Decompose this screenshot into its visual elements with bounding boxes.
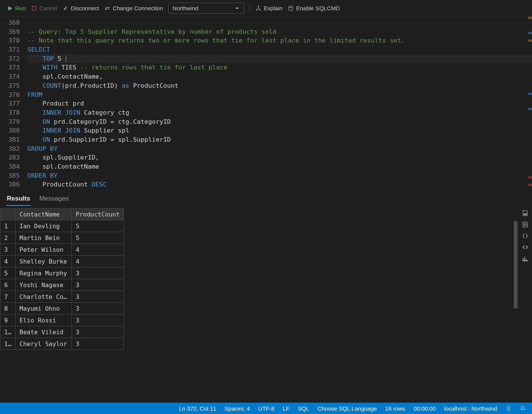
database-select[interactable]: Northwind: [168, 3, 244, 14]
code-line[interactable]: ProductCount DESC: [27, 180, 532, 189]
change-connection-button[interactable]: Change Connection: [104, 5, 163, 11]
status-encoding[interactable]: UTF-8: [258, 405, 275, 412]
cell-contactname[interactable]: Yoshi Nagase: [16, 279, 72, 291]
explain-button[interactable]: Explain: [255, 5, 282, 11]
save-csv-icon[interactable]: [522, 210, 529, 216]
table-row[interactable]: 1Ian Devling5: [0, 220, 124, 232]
column-header[interactable]: ProductCount: [72, 209, 124, 220]
row-number-cell[interactable]: 2: [0, 232, 16, 244]
code-line[interactable]: -- Note that this query returns two or m…: [27, 36, 532, 45]
cell-contactname[interactable]: Regina Murphy: [16, 267, 72, 279]
stop-icon: [31, 5, 37, 11]
row-number-cell[interactable]: 1…: [0, 326, 16, 338]
save-json-icon[interactable]: [522, 232, 529, 239]
table-row[interactable]: 1…Cheryl Saylor3: [0, 338, 124, 350]
code-line[interactable]: Product prd: [27, 99, 532, 108]
cell-productcount[interactable]: 5: [72, 220, 124, 232]
cell-productcount[interactable]: 4: [72, 256, 124, 267]
row-number-cell[interactable]: 8: [0, 303, 16, 314]
cell-productcount[interactable]: 3: [72, 279, 124, 291]
code-line[interactable]: spl.ContactName,: [27, 72, 532, 81]
code-line[interactable]: ON prd.CategoryID = ctg.CategoryID: [27, 117, 532, 126]
row-number-header[interactable]: [0, 209, 16, 220]
code-line[interactable]: COUNT(prd.ProductID) as ProductCount: [27, 81, 532, 90]
table-row[interactable]: 7Charlotte Co…3: [0, 291, 124, 303]
enable-sqlcmd-button[interactable]: Enable SQLCMD: [288, 5, 340, 11]
cell-contactname[interactable]: Ian Devling: [16, 220, 72, 232]
code-line[interactable]: TOP 5: [27, 54, 532, 63]
save-xml-icon[interactable]: [522, 244, 529, 251]
row-number-cell[interactable]: 6: [0, 279, 16, 291]
cell-productcount[interactable]: 3: [72, 291, 124, 303]
status-spaces[interactable]: Spaces: 4: [225, 405, 250, 412]
row-number-cell[interactable]: 4: [0, 256, 16, 267]
sql-editor[interactable]: 3683693703713723733743753763773783793803…: [0, 17, 532, 190]
status-choose-lang[interactable]: Choose SQL Language: [318, 405, 377, 412]
disconnect-button[interactable]: Disconnect: [62, 5, 99, 11]
code-line[interactable]: ORDER BY: [27, 171, 532, 180]
code-line[interactable]: -- Query: Top 5 Supplier Representative …: [27, 27, 532, 36]
column-header[interactable]: ContactName: [16, 209, 72, 220]
cell-contactname[interactable]: Mayumi Ohno: [16, 303, 72, 314]
code-area[interactable]: -- Query: Top 5 Supplier Representative …: [27, 17, 532, 190]
feedback-icon[interactable]: [505, 405, 511, 411]
cell-productcount[interactable]: 4: [72, 244, 124, 256]
table-row[interactable]: 5Regina Murphy3: [0, 267, 124, 279]
status-language[interactable]: SQL: [298, 405, 309, 412]
status-connection[interactable]: localhost : Northwind: [444, 405, 497, 412]
run-label: Run: [15, 5, 26, 11]
bell-icon[interactable]: [520, 405, 526, 411]
cell-productcount[interactable]: 3: [72, 314, 124, 326]
row-number-cell[interactable]: 3: [0, 244, 16, 256]
cell-productcount[interactable]: 3: [72, 303, 124, 314]
table-row[interactable]: 1…Beate Vileid3: [0, 326, 124, 338]
cell-contactname[interactable]: Cheryl Saylor: [16, 338, 72, 350]
cell-productcount[interactable]: 5: [72, 232, 124, 244]
code-line[interactable]: WITH TIES -- returns rows that tie for l…: [27, 63, 532, 72]
code-line[interactable]: spl.ContactName: [27, 162, 532, 171]
code-line[interactable]: FROM: [27, 90, 532, 100]
code-line[interactable]: [27, 18, 532, 27]
table-row[interactable]: 4Shelley Burke4: [0, 256, 124, 267]
cell-contactname[interactable]: Charlotte Co…: [16, 291, 72, 303]
status-ln-col[interactable]: Ln 372, Col 11: [179, 405, 216, 412]
results-grid[interactable]: ContactNameProductCount1Ian Devling52Mar…: [0, 208, 124, 350]
table-row[interactable]: 3Peter Wilson4: [0, 244, 124, 256]
cell-productcount[interactable]: 3: [72, 338, 124, 350]
code-line[interactable]: INNER JOIN Supplier spl: [27, 126, 532, 135]
cell-productcount[interactable]: 3: [72, 267, 124, 279]
cell-contactname[interactable]: Shelley Burke: [16, 256, 72, 267]
row-number-cell[interactable]: 5: [0, 267, 16, 279]
results-scrollbar[interactable]: [513, 206, 518, 403]
cell-contactname[interactable]: Beate Vileid: [16, 326, 72, 338]
table-row[interactable]: 6Yoshi Nagase3: [0, 279, 124, 291]
row-number-cell[interactable]: 9: [0, 314, 16, 326]
status-time[interactable]: 00:00:00: [413, 405, 435, 412]
cell-contactname[interactable]: Peter Wilson: [16, 244, 72, 256]
row-number-cell[interactable]: 7: [0, 291, 16, 303]
cell-productcount[interactable]: 3: [72, 326, 124, 338]
table-row[interactable]: 8Mayumi Ohno3: [0, 303, 124, 314]
code-line[interactable]: spl.SupplierID,: [27, 153, 532, 162]
row-number-cell[interactable]: 1…: [0, 338, 16, 350]
tab-results[interactable]: Results: [6, 193, 31, 206]
code-line[interactable]: GROUP BY: [27, 144, 532, 153]
status-eol[interactable]: LF: [283, 405, 290, 412]
tab-messages[interactable]: Messages: [38, 193, 69, 206]
code-line[interactable]: ON prd.SupplierID = spl.SupplierID: [27, 135, 532, 144]
scrollbar-thumb[interactable]: [514, 221, 518, 308]
row-number-cell[interactable]: 1: [0, 220, 16, 232]
table-row[interactable]: 9Elio Rossi3: [0, 314, 124, 326]
save-excel-icon[interactable]: [522, 221, 529, 228]
run-button[interactable]: Run: [7, 5, 26, 11]
cell-contactname[interactable]: Martin Bein: [16, 232, 72, 244]
code-line[interactable]: INNER JOIN Category ctg: [27, 108, 532, 117]
cancel-button[interactable]: Cancel: [31, 5, 57, 11]
table-row[interactable]: 2Martin Bein5: [0, 232, 124, 244]
status-rows[interactable]: 16 rows: [385, 405, 405, 412]
chart-viewer-icon[interactable]: [522, 255, 529, 262]
code-line[interactable]: SELECT: [27, 45, 532, 54]
cell-contactname[interactable]: Elio Rossi: [16, 314, 72, 326]
status-bar: Ln 372, Col 11 Spaces: 4 UTF-8 LF SQL Ch…: [0, 403, 532, 414]
overview-ruler[interactable]: [528, 17, 532, 190]
